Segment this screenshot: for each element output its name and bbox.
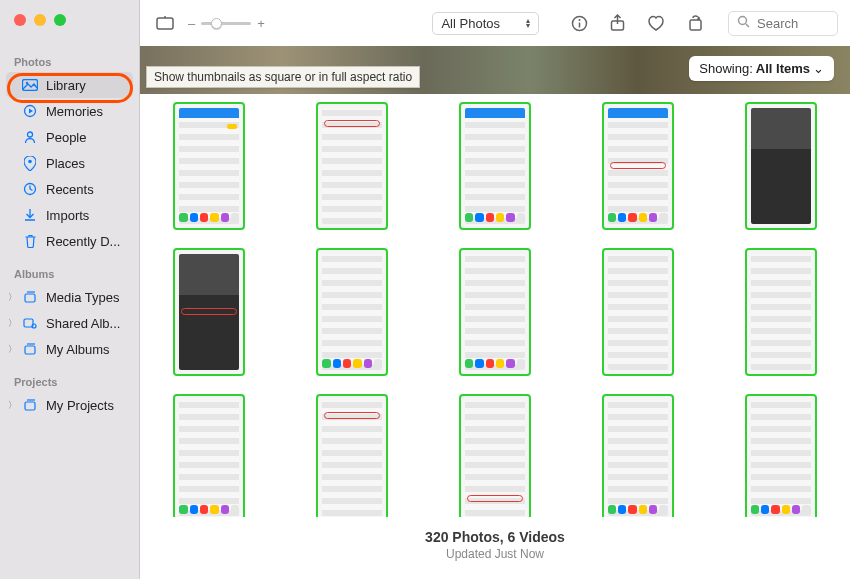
share-button[interactable] [606,12,629,34]
zoom-in-icon[interactable]: + [257,16,265,31]
sidebar-item-label: Library [46,78,86,93]
showing-filter-pill[interactable]: Showing: All Items ⌄ [689,56,834,81]
svg-rect-11 [25,402,35,410]
thumbnail-grid-wrap [140,94,850,517]
slider-track[interactable] [201,22,251,25]
trash-icon [22,234,38,248]
sidebar-item-people[interactable]: People [0,124,139,150]
thumbnail[interactable] [173,248,245,376]
aspect-ratio-button[interactable] [152,13,178,33]
sidebar-item-label: My Projects [46,398,114,413]
svg-point-4 [28,132,33,137]
svg-point-5 [28,159,32,163]
sidebar-item-label: Recently D... [46,234,120,249]
thumbnail[interactable] [173,394,245,517]
search-field[interactable] [728,11,838,36]
svg-point-17 [739,17,747,25]
showing-prefix: Showing: [699,61,752,76]
zoom-out-icon[interactable]: – [188,16,195,31]
person-icon [22,130,38,144]
chevron-down-icon: ⌄ [813,61,824,76]
info-button[interactable] [567,12,592,34]
updown-chevron-icon: ▴▾ [526,18,530,28]
traffic-lights [14,14,66,26]
window-close-button[interactable] [14,14,26,26]
thumbnail[interactable] [459,248,531,376]
window-minimize-button[interactable] [34,14,46,26]
chevron-right-icon[interactable]: 〉 [8,399,17,412]
sidebar-item-my-albums[interactable]: 〉 My Albums [0,336,139,362]
svg-marker-3 [29,109,33,114]
thumbnail[interactable] [745,102,817,230]
sidebar-item-label: Recents [46,182,94,197]
favorite-button[interactable] [643,12,669,34]
shared-icon [22,317,38,329]
thumbnail[interactable] [602,394,674,517]
thumbnail[interactable] [602,102,674,230]
search-icon [737,15,750,31]
photo-library-icon [22,79,38,91]
svg-rect-10 [25,346,35,354]
svg-rect-12 [157,18,173,29]
sidebar-item-label: People [46,130,86,145]
thumbnail-zoom-slider[interactable]: – + [188,16,265,31]
sidebar-item-label: Memories [46,104,103,119]
slider-thumb[interactable] [211,18,222,29]
sidebar-item-recently-deleted[interactable]: Recently D... [0,228,139,254]
svg-point-14 [579,19,581,21]
thumbnail[interactable] [316,248,388,376]
library-footer: 320 Photos, 6 Videos Updated Just Now [140,517,850,579]
chevron-right-icon[interactable]: 〉 [8,291,17,304]
sidebar-item-label: Places [46,156,85,171]
sidebar-item-label: Imports [46,208,89,223]
view-filter-popup[interactable]: All Photos ▴▾ [432,12,539,35]
sidebar-item-imports[interactable]: Imports [0,202,139,228]
sidebar-item-shared-albums[interactable]: 〉 Shared Alb... [0,310,139,336]
thumbnail[interactable] [602,248,674,376]
thumbnail[interactable] [459,394,531,517]
showing-value: All Items [756,61,810,76]
updated-label: Updated Just Now [140,547,850,561]
memories-icon [22,104,38,118]
filter-label: All Photos [441,16,500,31]
svg-rect-7 [25,294,35,302]
toolbar: – + All Photos ▴▾ [140,0,850,46]
window-zoom-button[interactable] [54,14,66,26]
sidebar-item-label: Shared Alb... [46,316,120,331]
sidebar-section-projects: Projects [0,372,139,392]
thumbnail[interactable] [316,394,388,517]
sidebar-item-label: My Albums [46,342,110,357]
stack-icon [22,343,38,355]
thumbnail[interactable] [316,102,388,230]
thumbnail[interactable] [745,394,817,517]
chevron-right-icon[interactable]: 〉 [8,343,17,356]
stack-icon [22,291,38,303]
search-input[interactable] [755,15,825,32]
svg-point-9 [32,324,36,328]
svg-rect-16 [690,20,701,30]
sidebar-item-library[interactable]: Library [6,72,133,98]
clock-icon [22,182,38,196]
pin-icon [22,156,38,171]
sidebar-item-label: Media Types [46,290,119,305]
sidebar-item-my-projects[interactable]: 〉 My Projects [0,392,139,418]
sidebar-item-media-types[interactable]: 〉 Media Types [0,284,139,310]
aspect-tooltip: Show thumbnails as square or in full asp… [146,66,420,88]
sidebar-item-recents[interactable]: Recents [0,176,139,202]
sidebar-section-albums: Albums [0,264,139,284]
item-count-label: 320 Photos, 6 Videos [140,529,850,545]
sidebar-item-memories[interactable]: Memories [0,98,139,124]
thumbnail[interactable] [745,248,817,376]
stack-icon [22,399,38,411]
thumbnail[interactable] [173,102,245,230]
sidebar-section-photos: Photos [0,52,139,72]
thumbnail-grid [158,102,832,517]
sidebar: Photos Library Memories People Places [0,0,140,579]
rotate-button[interactable] [683,12,708,34]
chevron-right-icon[interactable]: 〉 [8,317,17,330]
download-icon [22,208,38,222]
thumbnail[interactable] [459,102,531,230]
sidebar-item-places[interactable]: Places [0,150,139,176]
